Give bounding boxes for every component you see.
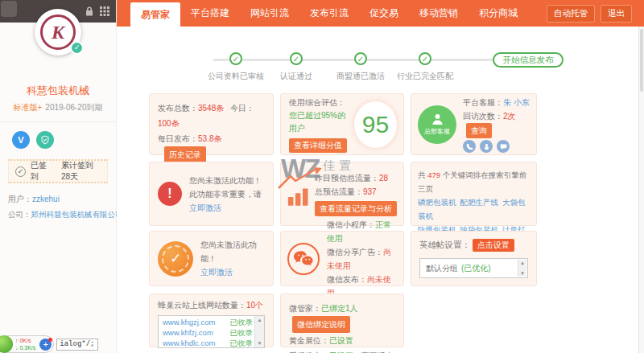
shield-badge-icon[interactable] bbox=[36, 131, 54, 149]
plan-version-link[interactable]: 标准版+ bbox=[14, 103, 43, 112]
traffic-card: 昨日预估总流量：28 总预估流量：937 查看流量记录与分析 bbox=[280, 162, 404, 226]
publish-stats-card: 发布总数：3548条 今日：100条 每日发布：53.8条 历史记录 0 15 … bbox=[149, 93, 274, 155]
company-link[interactable]: 郑州科慧包装机械有限公司 bbox=[31, 210, 123, 219]
publish-daily-value: 53.8条 bbox=[198, 134, 221, 143]
lock-icon[interactable] bbox=[84, 6, 95, 17]
listbox-scrollbar[interactable] bbox=[254, 316, 264, 347]
company-label: 公司： bbox=[8, 210, 31, 219]
detail-score-button[interactable]: 查看详细分值 bbox=[289, 138, 347, 153]
wechat-status-card: 微信小程序：正常使用 微信分享广告：尚未使用 微信发布：尚未使用 bbox=[280, 231, 404, 286]
traffic-yesterday-value: 28 bbox=[379, 174, 388, 183]
grid-menu-icon[interactable] bbox=[99, 6, 110, 17]
onboarding-stepper: 公司资料已审核 认证通过 商盟通已激活 行业已完全匹配 开始信息发布 bbox=[117, 27, 638, 89]
group-status: (已优化) bbox=[461, 263, 491, 274]
scroll-down-icon[interactable] bbox=[258, 341, 262, 346]
scroll-up-icon[interactable] bbox=[520, 261, 525, 265]
evaluation-text: 使用综合评估： 您已超过95%的用户 查看详细分值 bbox=[289, 96, 349, 153]
membership-badges bbox=[0, 122, 116, 149]
site-url-link[interactable]: www.khgzj.com bbox=[163, 317, 215, 327]
publish-today-value: 100条 bbox=[158, 119, 180, 128]
tab-points-mall[interactable]: 积分商城 bbox=[469, 0, 528, 27]
top-navigation: 易管家 平台搭建 网站引流 发布引流 促交易 移动营销 积分商城 自动托管 退出 bbox=[117, 0, 644, 27]
vip-badge-icon[interactable] bbox=[12, 131, 30, 149]
page-scrollbar[interactable] bbox=[638, 27, 644, 353]
publish-total-value: 3548条 bbox=[198, 104, 224, 113]
history-button[interactable]: 历史记录 bbox=[164, 146, 206, 163]
evaluation-title: 使用综合评估： bbox=[289, 96, 349, 109]
sites-listbox[interactable]: www.khgzj.com已收录 www.khfzj.com已收录 www.kh… bbox=[158, 315, 265, 348]
step-check-icon bbox=[290, 52, 303, 65]
wechat-bind-help-button[interactable]: 微信绑定说明 bbox=[292, 316, 350, 333]
hq-service-button[interactable]: 总部客服 bbox=[418, 105, 456, 144]
user-line: 用户：zzkehui bbox=[8, 194, 108, 205]
keyword-link[interactable]: 配肥生产线 bbox=[460, 198, 499, 207]
site-url-link[interactable]: www.khfzj.com bbox=[163, 327, 213, 338]
cloud-sites-title: 蜂巢云站上线网站数量：10个 bbox=[158, 300, 265, 311]
overlay-note-text: ialog*/; bbox=[56, 339, 97, 351]
alert-icon bbox=[158, 182, 182, 206]
wechat-icon bbox=[287, 243, 320, 275]
step-check-icon bbox=[354, 52, 367, 65]
net-plus-button[interactable] bbox=[39, 339, 52, 351]
service-info: 平台客服：朱 小东 回访次数：2次 查询 bbox=[463, 96, 530, 153]
auto-host-button[interactable]: 自动托管 bbox=[547, 5, 595, 23]
scroll-up-icon[interactable] bbox=[258, 318, 262, 322]
signin-card[interactable]: 已签到 累计签到28天 bbox=[8, 159, 108, 183]
site-row: www.khfzj.com已收录 bbox=[163, 327, 253, 338]
gold-booth-line: 黄金展位：已设置 bbox=[289, 333, 395, 348]
download-speed: 0.3K/s bbox=[15, 344, 35, 351]
verified-badge-icon bbox=[70, 41, 84, 55]
tab-publish-traffic[interactable]: 发布引流 bbox=[299, 0, 359, 27]
tab-mobile-marketing[interactable]: 移动营销 bbox=[409, 0, 469, 27]
inactive-feature-card: 您尚未激活此功能！ 立即激活 bbox=[149, 231, 274, 286]
click-setup-button[interactable]: 点击设置 bbox=[473, 239, 514, 252]
activate-feature-link[interactable]: 立即激活 bbox=[200, 268, 233, 277]
net-speed-values: 0K/s 0.3K/s bbox=[13, 337, 38, 351]
company-line: 公司：郑州科慧包装机械有限公司 bbox=[8, 210, 108, 220]
net-speed-widget[interactable]: 0K/s 0.3K/s ialog*/; bbox=[0, 335, 98, 353]
signin-total: 累计签到28天 bbox=[61, 160, 101, 183]
activate-link[interactable]: 立即激活 bbox=[189, 203, 221, 212]
site-row: www.khgzj.com已收录 bbox=[163, 317, 253, 327]
signin-check-icon bbox=[15, 166, 26, 177]
evaluation-subtitle: 您已超过95%的用户 bbox=[289, 109, 349, 135]
phone-icon[interactable] bbox=[463, 140, 476, 153]
manager-bind-line: 微管家：已绑定1人 微信绑定说明 bbox=[289, 301, 395, 333]
traffic-analyze-button[interactable]: 查看流量记录与分析 bbox=[315, 201, 397, 216]
wechat-row-miniprogram: 微信小程序：正常使用 bbox=[327, 218, 397, 245]
customer-service-card: 总部客服 平台客服：朱 小东 回访次数：2次 查询 bbox=[411, 93, 537, 155]
site-row: www.khdlc.com已收录 bbox=[163, 338, 253, 348]
logout-button[interactable]: 退出 bbox=[601, 5, 632, 23]
plan-expiry: 2019-06-20到期 bbox=[45, 103, 102, 112]
query-visits-button[interactable]: 查询 bbox=[466, 123, 492, 138]
visits-value: 2次 bbox=[503, 112, 516, 121]
user-link[interactable]: zzkehui bbox=[32, 195, 60, 203]
start-publish-button[interactable]: 开始信息发布 bbox=[493, 52, 564, 68]
platform-service-line: 平台客服：朱 小东 bbox=[463, 96, 530, 109]
keyword-link[interactable]: 磷肥包装机 bbox=[418, 198, 456, 207]
inactive-warning-text: 您尚未激活此功能！ 此功能非常重要，请立即激活 bbox=[189, 174, 265, 215]
chat-icon[interactable] bbox=[497, 140, 510, 153]
select-scrollbar[interactable] bbox=[518, 260, 526, 277]
qq-icon[interactable] bbox=[480, 140, 493, 153]
wechat-row-share-ads: 微信分享广告：尚未使用 bbox=[327, 245, 397, 273]
signin-status: 已签到 bbox=[31, 160, 50, 183]
net-speed-ball-icon[interactable] bbox=[0, 335, 13, 353]
tab-promote-deal[interactable]: 促交易 bbox=[359, 0, 409, 27]
site-url-link[interactable]: www.khdlc.com bbox=[163, 338, 215, 348]
scrollbar-thumb[interactable] bbox=[640, 29, 643, 92]
inactive-warning-card: 您尚未激活此功能！ 此功能非常重要，请立即激活 bbox=[149, 162, 274, 226]
upload-speed: 0K/s bbox=[15, 337, 35, 344]
traffic-yesterday-line: 昨日预估总流量：28 bbox=[315, 171, 397, 185]
visits-line: 回访次数：2次 查询 bbox=[463, 109, 530, 138]
tab-site-traffic[interactable]: 网站引流 bbox=[240, 0, 299, 27]
net-speed-pill[interactable]: 0K/s 0.3K/s bbox=[0, 335, 54, 353]
service-agent-link[interactable]: 朱 小东 bbox=[503, 98, 530, 107]
nav-tabs: 易管家 平台搭建 网站引流 发布引流 促交易 移动营销 积分商城 bbox=[130, 0, 528, 27]
scroll-down-icon[interactable] bbox=[520, 271, 525, 276]
step-check-icon bbox=[229, 52, 242, 65]
tab-platform-build[interactable]: 平台搭建 bbox=[180, 0, 240, 27]
path-promo-line: 蹊径推广：已设置 商盟通未读询盘：0 bbox=[289, 348, 395, 353]
group-select[interactable]: 默认分组 (已优化) bbox=[419, 258, 528, 278]
micro-manager-card: 微管家：已绑定1人 微信绑定说明 黄金展位：已设置 蹊径推广：已设置 商盟通未读… bbox=[280, 293, 404, 347]
